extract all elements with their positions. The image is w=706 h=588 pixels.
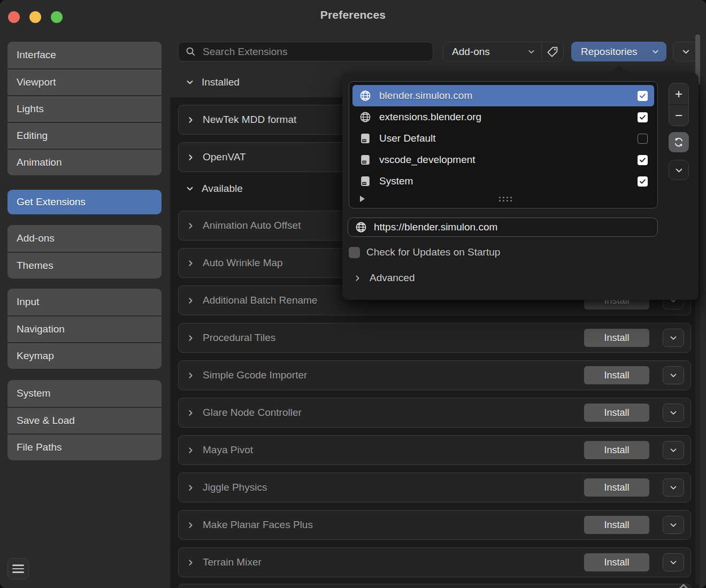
install-options-button[interactable] [663, 516, 684, 534]
resize-grip[interactable] [499, 197, 512, 202]
globe-icon [359, 111, 372, 123]
install-options-button[interactable] [663, 404, 684, 422]
extension-row[interactable] [178, 584, 691, 588]
chevron-down-icon [669, 370, 678, 380]
repository-row[interactable]: extensions.blender.org [352, 106, 654, 128]
remove-repository-button[interactable]: − [669, 104, 688, 126]
scroll-up-indicator[interactable] [671, 579, 696, 588]
globe-icon [359, 89, 372, 102]
sidebar-item-addons[interactable]: Add-ons [7, 225, 162, 252]
repository-enabled-checkbox[interactable] [638, 91, 648, 101]
chevron-right-icon [186, 371, 195, 380]
install-options-button[interactable] [663, 329, 684, 347]
install-button[interactable]: Install [584, 553, 649, 571]
install-button[interactable]: Install [584, 329, 649, 347]
sidebar-item-viewport[interactable]: Viewport [7, 68, 162, 95]
sidebar-item-lights[interactable]: Lights [7, 95, 162, 122]
repository-enabled-checkbox[interactable] [638, 176, 648, 187]
extension-row[interactable]: Procedural Tiles Install [178, 323, 691, 353]
chevron-down-icon [527, 47, 536, 56]
extensions-settings-button[interactable] [673, 42, 699, 61]
sidebar-item-editing[interactable]: Editing [7, 122, 162, 149]
sidebar-item-get-extensions[interactable]: Get Extensions [7, 190, 162, 214]
extension-name: Procedural Tiles [203, 332, 577, 344]
chevron-right-icon [186, 521, 195, 530]
filter-group: Add-ons [443, 42, 564, 61]
repository-options-button[interactable] [669, 160, 689, 180]
extension-row[interactable]: Make Planar Faces Plus Install [178, 510, 691, 540]
sidebar-item-animation[interactable]: Animation [7, 149, 162, 175]
install-options-button[interactable] [663, 553, 684, 571]
sidebar-item-system[interactable]: System [7, 380, 162, 407]
extension-name: Simple Gcode Importer [203, 369, 577, 381]
check-updates-checkbox[interactable] [349, 247, 360, 258]
sidebar-item-input[interactable]: Input [7, 289, 162, 315]
install-options-button[interactable] [663, 366, 684, 384]
section-header-installed[interactable]: Installed [185, 76, 240, 88]
install-button[interactable]: Install [584, 366, 649, 384]
sidebar-item-navigation[interactable]: Navigation [7, 315, 162, 342]
extension-name: Terrain Mixer [203, 556, 577, 568]
repository-enabled-checkbox[interactable] [638, 134, 648, 144]
sidebar-group-addons: Add-ons Themes [7, 225, 162, 278]
disk-icon [359, 175, 372, 188]
refresh-repository-button[interactable] [669, 132, 689, 152]
chevron-right-icon [186, 296, 195, 305]
section-label: Installed [202, 76, 240, 88]
search-icon [185, 46, 196, 57]
chevron-down-icon [669, 333, 678, 343]
sidebar-item-file-paths[interactable]: File Paths [7, 434, 162, 460]
sidebar-group-system: System Save & Load File Paths [7, 380, 162, 460]
section-label: Available [202, 183, 243, 195]
extension-row[interactable]: Jiggle Physics Install [178, 473, 691, 502]
extension-row[interactable]: Simple Gcode Importer Install [178, 360, 691, 390]
chevron-down-icon [669, 520, 678, 530]
preferences-menu-button[interactable] [7, 558, 29, 579]
extension-name: Jiggle Physics [203, 482, 577, 493]
repository-row[interactable]: User Default [352, 128, 654, 149]
repositories-button-label: Repositories [581, 46, 651, 58]
chevron-right-icon [186, 408, 195, 417]
sidebar-item-themes[interactable]: Themes [7, 252, 162, 278]
section-header-available[interactable]: Available [185, 183, 243, 195]
repository-row[interactable]: vscode_development [352, 149, 654, 171]
chevron-right-icon [186, 483, 195, 492]
tags-filter-button[interactable] [541, 42, 564, 61]
disk-icon [359, 132, 372, 145]
preferences-window: Preferences Interface Viewport Lights Ed… [0, 0, 706, 588]
chevron-down-icon [185, 184, 195, 194]
repository-url-value: https://blender.simulon.com [374, 221, 497, 233]
sidebar-item-keymap[interactable]: Keymap [7, 342, 162, 369]
extension-row[interactable]: Maya Pivot Install [178, 435, 691, 465]
repository-enabled-checkbox[interactable] [638, 155, 648, 165]
repo-add-remove-group: + − [669, 83, 689, 126]
sidebar-item-interface[interactable]: Interface [7, 42, 162, 68]
chevron-down-icon [669, 483, 678, 492]
install-button[interactable]: Install [584, 404, 649, 422]
popup-arrow [610, 65, 628, 73]
repository-name: vscode_development [379, 154, 630, 166]
repository-row[interactable]: blender.simulon.com [352, 85, 654, 106]
repository-enabled-checkbox[interactable] [638, 112, 648, 122]
chevron-right-icon [186, 115, 195, 125]
extension-row[interactable]: Terrain Mixer Install [178, 547, 691, 577]
extension-type-select[interactable]: Add-ons [443, 42, 541, 61]
sidebar-item-save-load[interactable]: Save & Load [7, 407, 162, 434]
install-options-button[interactable] [663, 441, 684, 459]
repository-url-field[interactable]: https://blender.simulon.com [348, 218, 658, 237]
install-options-button[interactable] [663, 478, 684, 497]
install-button[interactable]: Install [584, 478, 649, 497]
filter-expand-icon[interactable] [360, 196, 365, 202]
install-button[interactable]: Install [584, 516, 649, 534]
extension-row[interactable]: Glare Node Controller Install [178, 398, 691, 428]
chevron-down-icon [669, 445, 678, 455]
advanced-section-header[interactable]: Advanced [353, 272, 415, 284]
repository-row[interactable]: System [352, 171, 654, 192]
tag-icon [546, 45, 559, 58]
search-input[interactable] [202, 45, 426, 58]
sidebar-group-input: Input Navigation Keymap [7, 289, 162, 369]
plus-icon: + [675, 88, 682, 100]
add-repository-button[interactable]: + [669, 83, 688, 104]
install-button[interactable]: Install [584, 441, 649, 459]
repositories-button[interactable]: Repositories [571, 42, 666, 61]
